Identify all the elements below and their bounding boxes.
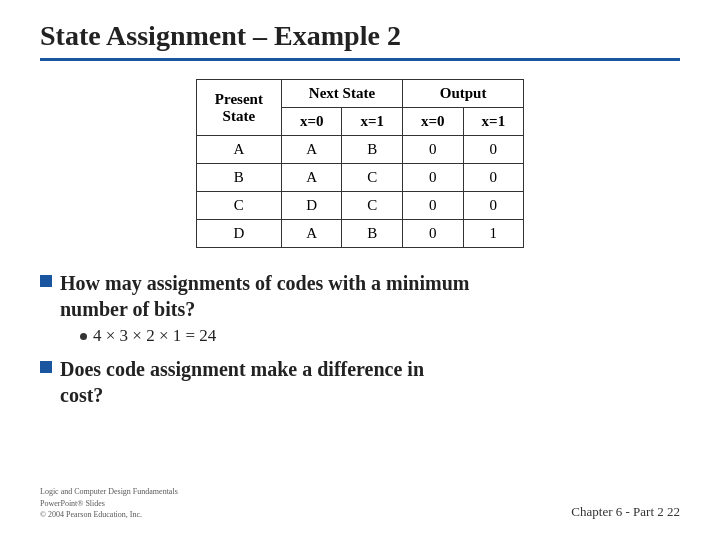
bullet-text-2: Does code assignment make a difference i…	[60, 356, 424, 408]
cell-ns-x0-1: A	[281, 136, 342, 164]
cell-out-x1-2: 0	[463, 164, 524, 192]
cell-ns-x0-3: D	[281, 192, 342, 220]
cell-ns-x0-2: A	[281, 164, 342, 192]
col-header-ns-x1: x=1	[342, 108, 403, 136]
col-header-present-state: PresentState	[196, 80, 281, 136]
page-container: State Assignment – Example 2 PresentStat…	[0, 0, 720, 540]
cell-out-x1-1: 0	[463, 136, 524, 164]
bullet-section: How may assignments of codes with a mini…	[40, 270, 680, 408]
col-header-ns-x0: x=0	[281, 108, 342, 136]
cell-state-4: D	[196, 220, 281, 248]
footer-logo-line1: Logic and Computer Design Fundamentals	[40, 486, 178, 497]
cell-ns-x1-4: B	[342, 220, 403, 248]
col-header-out-x0: x=0	[403, 108, 464, 136]
table-row-2: B A C 0 0	[196, 164, 523, 192]
cell-out-x0-1: 0	[403, 136, 464, 164]
table-row-3: C D C 0 0	[196, 192, 523, 220]
cell-state-2: B	[196, 164, 281, 192]
bullet-square-1	[40, 275, 52, 287]
cell-out-x0-2: 0	[403, 164, 464, 192]
page-title: State Assignment – Example 2	[40, 20, 680, 52]
footer-area: Logic and Computer Design Fundamentals P…	[40, 478, 680, 520]
cell-out-x1-3: 0	[463, 192, 524, 220]
col-header-out-x1: x=1	[463, 108, 524, 136]
footer-logo-line2: PowerPoint® Slides	[40, 498, 178, 509]
title-underline	[40, 58, 680, 61]
sub-bullet-dot-1	[80, 333, 87, 340]
table-wrapper: PresentState Next State Output x=0 x=1 x…	[40, 79, 680, 248]
col-header-output: Output	[403, 80, 524, 108]
cell-ns-x0-4: A	[281, 220, 342, 248]
bullet-text-1: How may assignments of codes with a mini…	[60, 270, 469, 322]
table-row-1: A A B 0 0	[196, 136, 523, 164]
footer-logo: Logic and Computer Design Fundamentals P…	[40, 486, 178, 520]
bullet-square-2	[40, 361, 52, 373]
sub-bullet-text-1: 4 × 3 × 2 × 1 = 24	[93, 326, 216, 346]
footer-chapter: Chapter 6 - Part 2 22	[571, 504, 680, 520]
cell-ns-x1-3: C	[342, 192, 403, 220]
cell-ns-x1-2: C	[342, 164, 403, 192]
state-table: PresentState Next State Output x=0 x=1 x…	[196, 79, 524, 248]
table-row-4: D A B 0 1	[196, 220, 523, 248]
cell-state-3: C	[196, 192, 281, 220]
sub-bullet-1: 4 × 3 × 2 × 1 = 24	[80, 326, 469, 346]
bullet-item-2: Does code assignment make a difference i…	[40, 356, 680, 408]
cell-state-1: A	[196, 136, 281, 164]
cell-out-x0-3: 0	[403, 192, 464, 220]
content-area: PresentState Next State Output x=0 x=1 x…	[40, 79, 680, 478]
col-header-next-state: Next State	[281, 80, 402, 108]
cell-ns-x1-1: B	[342, 136, 403, 164]
footer-logo-line3: © 2004 Pearson Education, Inc.	[40, 509, 178, 520]
bullet-item-1: How may assignments of codes with a mini…	[40, 270, 680, 346]
cell-out-x0-4: 0	[403, 220, 464, 248]
cell-out-x1-4: 1	[463, 220, 524, 248]
